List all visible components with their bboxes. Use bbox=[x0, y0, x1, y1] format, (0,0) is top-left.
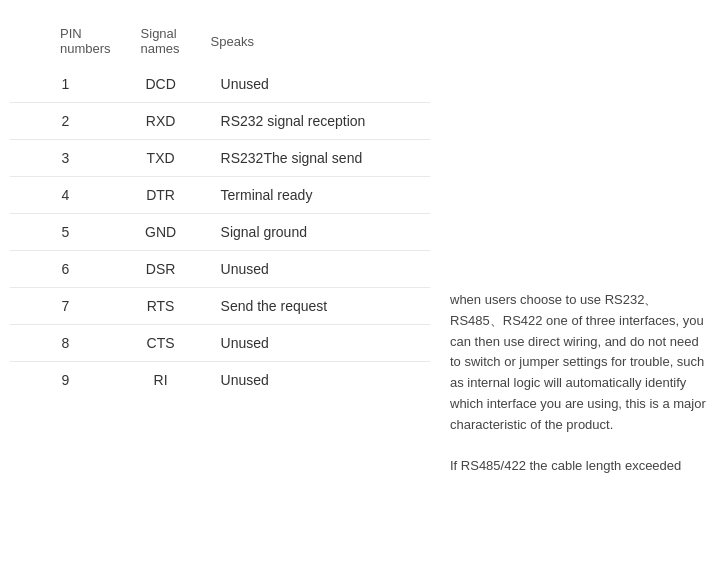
table-row: 3TXDRS232The signal send bbox=[10, 140, 430, 177]
cell-speaks: RS232The signal send bbox=[201, 140, 430, 177]
cell-pin: 6 bbox=[10, 251, 121, 288]
table-row: 6DSRUnused bbox=[10, 251, 430, 288]
cell-speaks: Terminal ready bbox=[201, 177, 430, 214]
side-paragraph-2: If RS485/422 the cable length exceeded bbox=[450, 456, 710, 477]
cell-pin: 8 bbox=[10, 325, 121, 362]
cell-pin: 1 bbox=[10, 66, 121, 103]
cell-signal: GND bbox=[121, 214, 201, 251]
table-row: 1DCDUnused bbox=[10, 66, 430, 103]
cell-signal: DTR bbox=[121, 177, 201, 214]
cell-pin: 2 bbox=[10, 103, 121, 140]
cell-pin: 7 bbox=[10, 288, 121, 325]
table-row: 4DTRTerminal ready bbox=[10, 177, 430, 214]
side-description: when users choose to use RS232、RS485、RS4… bbox=[450, 20, 710, 477]
cell-speaks: Unused bbox=[201, 362, 430, 399]
header-pin: PIN numbers bbox=[10, 20, 121, 66]
header-speaks: Speaks bbox=[201, 20, 430, 66]
cell-pin: 3 bbox=[10, 140, 121, 177]
cell-speaks: Unused bbox=[201, 66, 430, 103]
main-container: PIN numbers Signal names Speaks 1DCDUnus… bbox=[0, 0, 720, 487]
cell-speaks: Unused bbox=[201, 251, 430, 288]
cell-signal: TXD bbox=[121, 140, 201, 177]
table-row: 5GNDSignal ground bbox=[10, 214, 430, 251]
cell-speaks: Unused bbox=[201, 325, 430, 362]
table-row: 8CTSUnused bbox=[10, 325, 430, 362]
cell-signal: CTS bbox=[121, 325, 201, 362]
pin-table-section: PIN numbers Signal names Speaks 1DCDUnus… bbox=[10, 20, 430, 477]
table-row: 2RXDRS232 signal reception bbox=[10, 103, 430, 140]
table-row: 7RTSSend the request bbox=[10, 288, 430, 325]
cell-speaks: Signal ground bbox=[201, 214, 430, 251]
cell-signal: DSR bbox=[121, 251, 201, 288]
cell-speaks: Send the request bbox=[201, 288, 430, 325]
cell-speaks: RS232 signal reception bbox=[201, 103, 430, 140]
cell-pin: 9 bbox=[10, 362, 121, 399]
cell-signal: RI bbox=[121, 362, 201, 399]
header-signal: Signal names bbox=[121, 20, 201, 66]
table-row: 9RIUnused bbox=[10, 362, 430, 399]
cell-signal: DCD bbox=[121, 66, 201, 103]
side-paragraph-1: when users choose to use RS232、RS485、RS4… bbox=[450, 290, 710, 436]
cell-signal: RXD bbox=[121, 103, 201, 140]
cell-pin: 4 bbox=[10, 177, 121, 214]
cell-pin: 5 bbox=[10, 214, 121, 251]
table-header-row: PIN numbers Signal names Speaks bbox=[10, 20, 430, 66]
pin-table: PIN numbers Signal names Speaks 1DCDUnus… bbox=[10, 20, 430, 398]
cell-signal: RTS bbox=[121, 288, 201, 325]
